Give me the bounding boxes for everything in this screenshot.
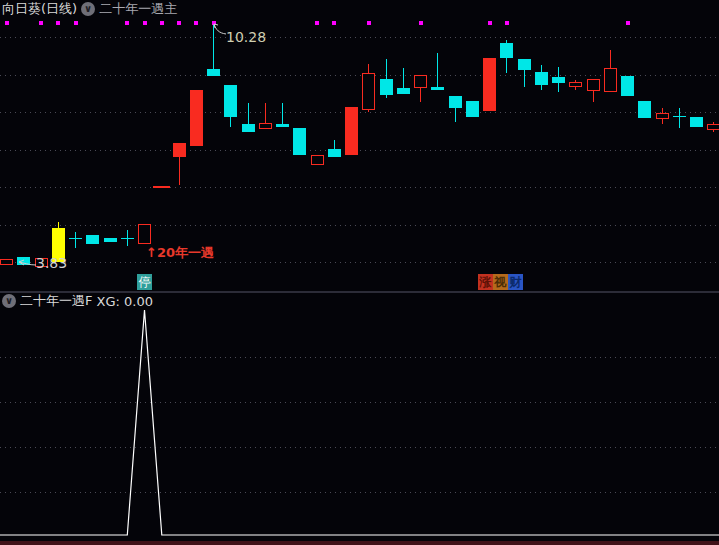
watermark-badge: 涨: [478, 274, 493, 290]
halt-badge: 停: [137, 274, 152, 290]
sub-indicator-name: 二十年一遇F: [20, 292, 92, 310]
watermark-badge: 视: [493, 274, 508, 290]
sub-indicator-value: XG: 0.00: [96, 294, 152, 309]
low-annotation-arrow-icon: [15, 258, 37, 268]
buy-signal-label: ↑20年一遇: [146, 244, 214, 262]
main-indicator-name: 二十年一遇主: [99, 0, 177, 18]
watermark-badge: 财: [508, 274, 523, 290]
window-bottom-border: [0, 541, 719, 545]
chevron-down-icon[interactable]: ∨: [81, 2, 95, 16]
indicator-line-pane[interactable]: [0, 0, 719, 545]
low-price-label: 3.83: [36, 255, 67, 271]
high-price-label: 10.28: [226, 29, 266, 45]
sub-pane-header: ∨ 二十年一遇F XG: 0.00: [2, 292, 153, 310]
chevron-down-icon[interactable]: ∨: [2, 294, 16, 308]
main-pane-header: 向日葵(日线) ∨ 二十年一遇主: [2, 0, 177, 18]
watermark-badges: 涨 视 财: [478, 274, 523, 290]
stock-chart-window: 向日葵(日线) ∨ 二十年一遇主 10.28 3.83 ↑20年一遇 停 涨 视…: [0, 0, 719, 545]
xg-signal-line: [0, 310, 719, 535]
symbol-period-title: 向日葵(日线): [2, 0, 77, 18]
